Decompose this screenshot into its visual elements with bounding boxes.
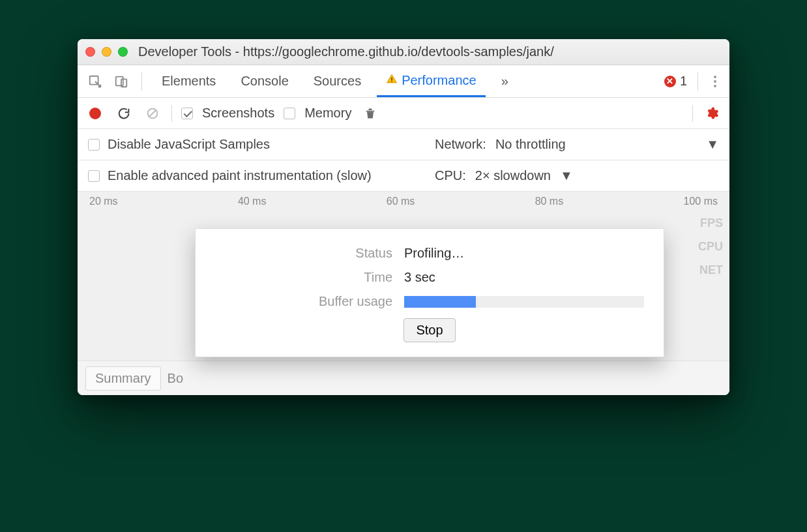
network-throttle[interactable]: Network: No throttling [435,137,566,152]
chevron-down-icon[interactable]: ▼ [706,137,719,152]
tick: 40 ms [238,196,267,207]
status-value: Profiling… [404,246,464,261]
stop-button[interactable]: Stop [404,318,455,342]
fps-label: FPS [698,211,723,235]
separator [692,105,693,122]
inspect-icon[interactable] [85,72,105,91]
settings-gear-icon[interactable] [702,104,722,123]
reload-button[interactable] [114,104,134,123]
details-tabs: Summary Bo [78,361,729,395]
error-icon: ✕ [664,76,676,87]
panel-tabs: Elements Console Sources Performance » ✕… [78,65,729,98]
tab-elements[interactable]: Elements [153,65,225,97]
network-value: No throttling [495,137,566,152]
clear-button[interactable] [143,104,162,123]
time-label: Time [215,270,404,285]
tab-performance[interactable]: Performance [377,65,486,97]
memory-checkbox[interactable] [284,108,295,119]
net-label: NET [698,258,723,282]
record-button[interactable] [85,104,105,123]
time-value: 3 sec [404,270,435,285]
close-icon[interactable] [85,47,95,57]
settings-row-paint: Enable advanced paint instrumentation (s… [78,160,729,191]
screenshots-checkbox[interactable] [181,108,193,119]
buffer-label: Buffer usage [215,294,404,309]
tick: 100 ms [684,196,718,207]
timeline-lane-labels: FPS CPU NET [698,211,723,282]
memory-label: Memory [304,106,351,121]
tick: 80 ms [535,196,564,207]
minimize-icon[interactable] [102,47,111,57]
network-label: Network: [435,137,486,152]
maximize-icon[interactable] [118,47,128,57]
svg-rect-6 [369,108,372,110]
devtools-window: Developer Tools - https://googlechrome.g… [78,39,729,395]
device-toggle-icon[interactable] [111,72,131,91]
settings-row-js-samples: Disable JavaScript Samples Network: No t… [78,129,729,160]
profiling-dialog: Status Profiling… Time 3 sec Buffer usag… [195,228,664,357]
warning-icon [386,73,398,88]
cpu-value: 2× slowdown [475,168,551,183]
advanced-paint-checkbox[interactable] [88,170,100,182]
separator [171,105,172,122]
buffer-progress [404,296,644,308]
svg-rect-3 [391,77,392,80]
svg-rect-4 [391,81,392,82]
performance-toolbar: Screenshots Memory [78,98,729,129]
status-label: Status [215,246,404,261]
error-count: 1 [680,74,687,89]
record-icon [89,108,101,119]
chevron-down-icon[interactable]: ▼ [560,168,573,183]
timeline-ticks: 20 ms 40 ms 60 ms 80 ms 100 ms [78,192,729,207]
buffer-progress-bar [404,296,476,308]
kebab-menu-icon[interactable] [709,76,722,87]
advanced-paint-label: Enable advanced paint instrumentation (s… [108,168,372,183]
separator [141,72,142,91]
svg-rect-1 [116,76,123,85]
trash-button[interactable] [360,104,380,123]
tab-console[interactable]: Console [231,65,297,97]
disable-js-label: Disable JavaScript Samples [108,137,270,152]
disable-js-checkbox[interactable] [88,139,100,151]
screenshots-label: Screenshots [202,106,274,121]
tick: 20 ms [89,196,118,207]
tabs-overflow[interactable]: » [492,65,518,97]
capture-settings: Disable JavaScript Samples Network: No t… [78,129,729,192]
error-badge[interactable]: ✕ 1 [664,74,687,89]
window-title: Developer Tools - https://googlechrome.g… [138,44,554,59]
traffic-lights [85,47,128,57]
cpu-throttle[interactable]: CPU: 2× slowdown ▼ [435,168,573,183]
tab-sources[interactable]: Sources [304,65,370,97]
cpu-label: CPU: [435,168,466,183]
cpu-label: CPU [698,235,723,258]
titlebar: Developer Tools - https://googlechrome.g… [78,39,729,65]
tab-summary[interactable]: Summary [85,366,161,391]
tick: 60 ms [387,196,415,207]
separator [697,72,698,91]
tab-truncated[interactable]: Bo [168,371,183,386]
